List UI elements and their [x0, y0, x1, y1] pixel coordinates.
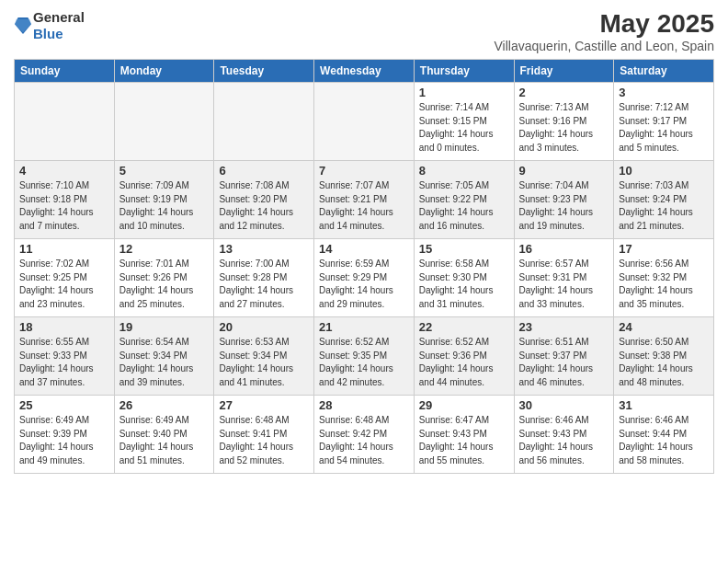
day-number: 5	[119, 164, 210, 178]
day-number: 15	[419, 242, 509, 256]
calendar-day-cell: 25Sunrise: 6:49 AM Sunset: 9:39 PM Dayli…	[15, 396, 115, 474]
calendar-day-cell: 27Sunrise: 6:48 AM Sunset: 9:41 PM Dayli…	[214, 396, 314, 474]
day-number: 22	[419, 320, 509, 334]
day-info: Sunrise: 7:08 AM Sunset: 9:20 PM Dayligh…	[219, 179, 309, 233]
day-info: Sunrise: 6:47 AM Sunset: 9:43 PM Dayligh…	[419, 414, 509, 467]
day-number: 3	[619, 86, 709, 99]
month-title: May 2025	[495, 9, 714, 39]
day-number: 31	[619, 398, 709, 412]
calendar-day-cell: 13Sunrise: 7:00 AM Sunset: 9:28 PM Dayli…	[214, 239, 314, 317]
day-number: 30	[519, 398, 609, 412]
day-number: 20	[219, 320, 309, 334]
day-info: Sunrise: 7:02 AM Sunset: 9:25 PM Dayligh…	[19, 258, 109, 311]
calendar-table: SundayMondayTuesdayWednesdayThursdayFrid…	[14, 59, 714, 474]
calendar-day-header: Sunday	[15, 60, 115, 83]
day-info: Sunrise: 6:49 AM Sunset: 9:39 PM Dayligh…	[19, 414, 109, 467]
calendar-week-row: 25Sunrise: 6:49 AM Sunset: 9:39 PM Dayli…	[15, 396, 714, 474]
calendar-day-cell: 7Sunrise: 7:07 AM Sunset: 9:21 PM Daylig…	[314, 161, 415, 239]
calendar-day-cell: 15Sunrise: 6:58 AM Sunset: 9:30 PM Dayli…	[414, 239, 514, 317]
title-block: May 2025 Villavaquerin, Castille and Leo…	[495, 9, 714, 53]
day-info: Sunrise: 7:00 AM Sunset: 9:28 PM Dayligh…	[219, 258, 309, 311]
calendar-day-cell: 16Sunrise: 6:57 AM Sunset: 9:31 PM Dayli…	[514, 239, 614, 317]
day-number: 9	[519, 164, 609, 178]
day-number: 13	[219, 242, 309, 256]
calendar-day-cell: 10Sunrise: 7:03 AM Sunset: 9:24 PM Dayli…	[614, 161, 714, 239]
day-number: 19	[119, 320, 210, 334]
day-info: Sunrise: 7:09 AM Sunset: 9:19 PM Dayligh…	[119, 179, 210, 233]
day-number: 26	[119, 398, 210, 412]
day-number: 21	[319, 320, 409, 334]
day-info: Sunrise: 7:01 AM Sunset: 9:26 PM Dayligh…	[119, 258, 210, 311]
day-number: 17	[619, 242, 709, 256]
calendar-day-header: Wednesday	[314, 60, 415, 83]
day-info: Sunrise: 7:03 AM Sunset: 9:24 PM Dayligh…	[619, 179, 709, 233]
calendar-day-cell: 9Sunrise: 7:04 AM Sunset: 9:23 PM Daylig…	[514, 161, 614, 239]
calendar-day-header: Saturday	[614, 60, 714, 83]
calendar-day-cell: 24Sunrise: 6:50 AM Sunset: 9:38 PM Dayli…	[614, 317, 714, 396]
calendar-week-row: 11Sunrise: 7:02 AM Sunset: 9:25 PM Dayli…	[15, 239, 714, 317]
day-info: Sunrise: 6:52 AM Sunset: 9:36 PM Dayligh…	[419, 336, 509, 389]
day-number: 6	[219, 164, 309, 178]
calendar-day-header: Thursday	[414, 60, 514, 83]
location: Villavaquerin, Castille and Leon, Spain	[495, 39, 714, 53]
calendar-day-cell: 2Sunrise: 7:13 AM Sunset: 9:16 PM Daylig…	[514, 83, 614, 161]
calendar-day-header: Tuesday	[214, 60, 314, 83]
calendar-day-cell: 21Sunrise: 6:52 AM Sunset: 9:35 PM Dayli…	[314, 317, 415, 396]
calendar-day-cell: 22Sunrise: 6:52 AM Sunset: 9:36 PM Dayli…	[414, 317, 514, 396]
calendar-day-cell: 6Sunrise: 7:08 AM Sunset: 9:20 PM Daylig…	[214, 161, 314, 239]
calendar-day-cell: 28Sunrise: 6:48 AM Sunset: 9:42 PM Dayli…	[314, 396, 415, 474]
day-info: Sunrise: 6:59 AM Sunset: 9:29 PM Dayligh…	[319, 258, 409, 311]
day-info: Sunrise: 7:13 AM Sunset: 9:16 PM Dayligh…	[519, 101, 609, 155]
day-info: Sunrise: 6:49 AM Sunset: 9:40 PM Dayligh…	[119, 414, 210, 467]
logo: General Blue	[14, 9, 85, 42]
day-info: Sunrise: 6:53 AM Sunset: 9:34 PM Dayligh…	[219, 336, 309, 389]
calendar-day-cell: 8Sunrise: 7:05 AM Sunset: 9:22 PM Daylig…	[414, 161, 514, 239]
day-number: 29	[419, 398, 509, 412]
calendar-day-cell: 19Sunrise: 6:54 AM Sunset: 9:34 PM Dayli…	[114, 317, 214, 396]
calendar-day-cell: 4Sunrise: 7:10 AM Sunset: 9:18 PM Daylig…	[15, 161, 115, 239]
calendar-day-cell: 3Sunrise: 7:12 AM Sunset: 9:17 PM Daylig…	[614, 83, 714, 161]
logo-text: General Blue	[33, 9, 85, 42]
calendar-day-cell: 1Sunrise: 7:14 AM Sunset: 9:15 PM Daylig…	[414, 83, 514, 161]
day-number: 16	[519, 242, 609, 256]
calendar-day-cell: 5Sunrise: 7:09 AM Sunset: 9:19 PM Daylig…	[114, 161, 214, 239]
calendar-day-header: Friday	[514, 60, 614, 83]
day-number: 14	[319, 242, 409, 256]
calendar-day-cell: 26Sunrise: 6:49 AM Sunset: 9:40 PM Dayli…	[114, 396, 214, 474]
day-info: Sunrise: 6:55 AM Sunset: 9:33 PM Dayligh…	[19, 336, 109, 389]
calendar-day-header: Monday	[114, 60, 214, 83]
day-info: Sunrise: 6:50 AM Sunset: 9:38 PM Dayligh…	[619, 336, 709, 389]
calendar-header-row: SundayMondayTuesdayWednesdayThursdayFrid…	[15, 60, 714, 83]
day-info: Sunrise: 6:48 AM Sunset: 9:41 PM Dayligh…	[219, 414, 309, 467]
calendar-day-cell: 11Sunrise: 7:02 AM Sunset: 9:25 PM Dayli…	[15, 239, 115, 317]
calendar-day-cell: 31Sunrise: 6:46 AM Sunset: 9:44 PM Dayli…	[614, 396, 714, 474]
calendar-empty-cell	[214, 83, 314, 161]
day-info: Sunrise: 7:10 AM Sunset: 9:18 PM Dayligh…	[19, 179, 109, 233]
day-number: 28	[319, 398, 409, 412]
calendar-empty-cell	[314, 83, 415, 161]
calendar-empty-cell	[114, 83, 214, 161]
day-info: Sunrise: 6:46 AM Sunset: 9:43 PM Dayligh…	[519, 414, 609, 467]
day-number: 25	[19, 398, 109, 412]
day-info: Sunrise: 6:57 AM Sunset: 9:31 PM Dayligh…	[519, 258, 609, 311]
day-number: 18	[19, 320, 109, 334]
header: General Blue May 2025 Villavaquerin, Cas…	[14, 9, 714, 53]
calendar-day-cell: 17Sunrise: 6:56 AM Sunset: 9:32 PM Dayli…	[614, 239, 714, 317]
logo-icon	[15, 16, 31, 36]
day-info: Sunrise: 7:04 AM Sunset: 9:23 PM Dayligh…	[519, 179, 609, 233]
calendar-day-cell: 14Sunrise: 6:59 AM Sunset: 9:29 PM Dayli…	[314, 239, 415, 317]
day-number: 23	[519, 320, 609, 334]
calendar-day-cell: 29Sunrise: 6:47 AM Sunset: 9:43 PM Dayli…	[414, 396, 514, 474]
calendar-day-cell: 18Sunrise: 6:55 AM Sunset: 9:33 PM Dayli…	[15, 317, 115, 396]
day-number: 11	[19, 242, 109, 256]
day-number: 24	[619, 320, 709, 334]
calendar-day-cell: 23Sunrise: 6:51 AM Sunset: 9:37 PM Dayli…	[514, 317, 614, 396]
calendar-week-row: 1Sunrise: 7:14 AM Sunset: 9:15 PM Daylig…	[15, 83, 714, 161]
calendar-week-row: 4Sunrise: 7:10 AM Sunset: 9:18 PM Daylig…	[15, 161, 714, 239]
svg-marker-1	[15, 19, 31, 32]
calendar-day-cell: 30Sunrise: 6:46 AM Sunset: 9:43 PM Dayli…	[514, 396, 614, 474]
day-number: 8	[419, 164, 509, 178]
day-number: 27	[219, 398, 309, 412]
day-number: 1	[419, 86, 509, 99]
day-info: Sunrise: 6:51 AM Sunset: 9:37 PM Dayligh…	[519, 336, 609, 389]
